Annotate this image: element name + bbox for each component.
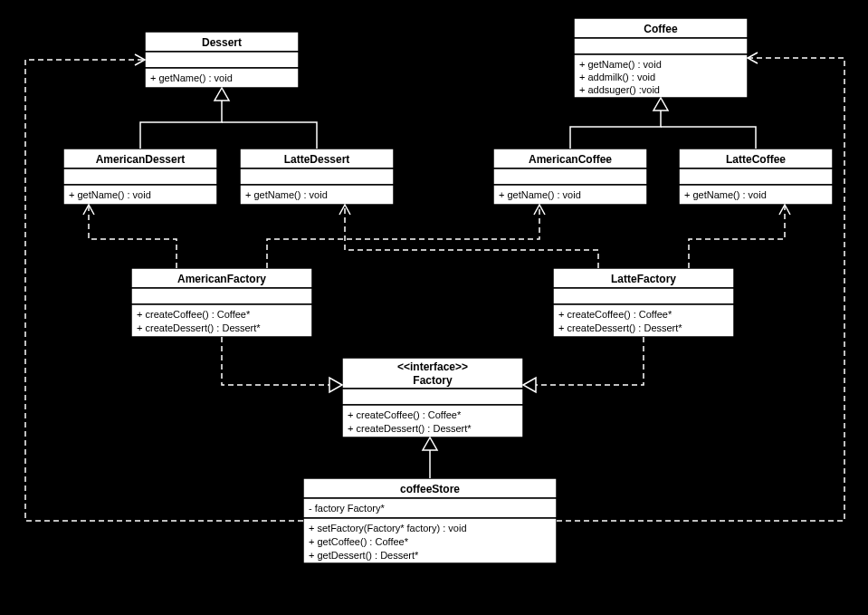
svg-rect-22	[553, 288, 734, 304]
rel-lattecoffee-coffee	[661, 127, 756, 149]
rel-coffeestore-factory	[423, 437, 437, 478]
class-american-factory-title: AmericanFactory	[177, 273, 266, 285]
class-coffee: Coffee + getName() : void + addmilk() : …	[574, 18, 748, 98]
svg-rect-19	[131, 288, 312, 304]
class-factory-method-0: + createCoffee() : Coffee*	[348, 409, 462, 420]
class-coffee-store-method-2: + getDessert() : Dessert*	[309, 550, 419, 561]
class-coffee-method-2: + addsuger() :void	[579, 84, 660, 95]
svg-rect-13	[493, 168, 647, 185]
class-factory-title: Factory	[413, 374, 453, 387]
class-american-coffee: AmericanCoffee + getName() : void	[493, 149, 647, 205]
class-american-dessert: AmericanDessert + getName() : void	[63, 149, 217, 205]
class-latte-factory-method-1: + createDessert() : Dessert*	[558, 322, 682, 333]
class-latte-coffee: LatteCoffee + getName() : void	[679, 149, 833, 205]
class-dessert-method-0: + getName() : void	[150, 72, 233, 83]
rel-americancoffee-coffee	[570, 98, 668, 149]
rel-lattefactory-lattecoffee	[689, 205, 790, 268]
class-coffee-store-method-0: + setFactory(Factory* factory) : void	[309, 523, 467, 533]
class-latte-coffee-method-0: + getName() : void	[684, 189, 767, 200]
rel-americanfactory-americancoffee	[267, 205, 545, 268]
svg-rect-16	[679, 168, 833, 185]
rel-americanfactory-americandessert	[83, 205, 176, 268]
svg-rect-7	[63, 168, 217, 185]
uml-diagram: Dessert + getName() : void Coffee + getN…	[0, 0, 868, 615]
rel-lattefactory-factory	[523, 337, 644, 392]
rel-lattefactory-lattedessert	[339, 205, 598, 268]
class-coffee-method-1: + addmilk() : void	[579, 72, 655, 82]
class-dessert: Dessert + getName() : void	[145, 32, 299, 88]
class-american-coffee-title: AmericanCoffee	[529, 153, 612, 166]
class-dessert-title: Dessert	[202, 36, 242, 49]
class-american-dessert-method-0: + getName() : void	[69, 189, 151, 200]
rel-americandessert-dessert	[140, 88, 229, 149]
class-coffee-store-attr-0: - factory Factory*	[309, 503, 385, 514]
class-coffee-store: coffeeStore - factory Factory* + setFact…	[303, 478, 557, 563]
class-latte-dessert-title: LatteDessert	[284, 153, 350, 166]
class-american-coffee-method-0: + getName() : void	[499, 189, 581, 200]
class-coffee-store-title: coffeeStore	[400, 483, 460, 495]
class-factory-stereotype: <<interface>>	[397, 360, 468, 373]
svg-rect-4	[574, 38, 748, 54]
class-coffee-store-method-1: + getCoffee() : Coffee*	[309, 536, 409, 547]
class-american-factory-method-1: + createDessert() : Dessert*	[137, 322, 261, 333]
class-latte-dessert: LatteDessert + getName() : void	[240, 149, 394, 205]
class-latte-factory-title: LatteFactory	[611, 273, 676, 285]
class-american-factory: AmericanFactory + createCoffee() : Coffe…	[131, 268, 312, 337]
class-american-factory-method-0: + createCoffee() : Coffee*	[137, 309, 251, 320]
class-latte-factory-method-0: + createCoffee() : Coffee*	[558, 309, 672, 320]
class-coffee-method-0: + getName() : void	[579, 59, 662, 70]
svg-rect-1	[145, 52, 299, 68]
rel-lattedessert-dessert	[222, 122, 317, 149]
class-american-dessert-title: AmericanDessert	[96, 153, 186, 166]
class-latte-coffee-title: LatteCoffee	[726, 153, 786, 166]
class-coffee-title: Coffee	[644, 23, 678, 35]
class-latte-dessert-method-0: + getName() : void	[245, 189, 328, 200]
svg-rect-25	[342, 389, 523, 405]
class-factory-method-1: + createDessert() : Dessert*	[348, 423, 472, 434]
class-factory: <<interface>> Factory + createCoffee() :…	[342, 358, 523, 437]
svg-rect-10	[240, 168, 394, 185]
rel-americanfactory-factory	[222, 337, 342, 392]
class-latte-factory: LatteFactory + createCoffee() : Coffee* …	[553, 268, 734, 337]
